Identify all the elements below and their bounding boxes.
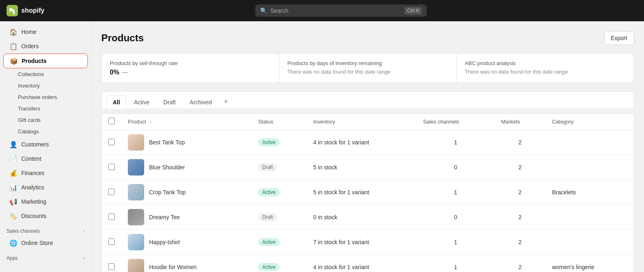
table-row[interactable]: Best Tank Top Active 4 in stock for 1 va… — [102, 130, 634, 155]
sidebar-item-content[interactable]: 📄 Content — [3, 152, 88, 166]
row-checkbox-cell — [102, 255, 121, 272]
table-row[interactable]: Hoodie for Women Active 4 in stock for 1… — [102, 255, 634, 272]
sidebar-item-marketing[interactable]: 📢 Marketing — [3, 195, 88, 209]
apps-label: Apps — [7, 255, 18, 261]
sidebar-sub-transfers[interactable]: Transfers — [3, 103, 88, 114]
tab-add-button[interactable]: + — [220, 96, 232, 108]
sidebar: 🏠 Home 📋 Orders 📦 Products Collections I… — [0, 21, 91, 272]
collections-label: Collections — [18, 71, 44, 77]
row-checkbox[interactable] — [108, 189, 115, 195]
col-header-status[interactable]: Status — [252, 114, 307, 130]
category-cell — [546, 155, 634, 180]
product-thumbnail — [128, 184, 144, 200]
product-cell[interactable]: Best Tank Top — [121, 130, 252, 155]
col-header-sales-channels[interactable]: Sales channels — [417, 114, 495, 130]
status-cell: Draft — [252, 155, 307, 180]
inventory-cell: 0 in stock — [307, 205, 417, 230]
table-row[interactable]: Dreamy Tee Draft 0 in stock 0 2 — [102, 205, 634, 230]
product-cell[interactable]: Hoodie for Women — [121, 255, 252, 272]
product-thumbnail — [128, 159, 144, 175]
table-row[interactable]: Crop Tank Top Active 5 in stock for 1 va… — [102, 180, 634, 205]
search-icon: 🔍 — [260, 7, 267, 14]
table-row[interactable]: Happy-tshirt Active 7 in stock for 1 var… — [102, 230, 634, 255]
sales-channels-cell: 0 — [417, 155, 495, 180]
sidebar-sub-collections[interactable]: Collections — [3, 69, 88, 80]
inventory-cell: 4 in stock for 1 variant — [307, 255, 417, 272]
sidebar-sub-gift-cards[interactable]: Gift cards — [3, 115, 88, 126]
sidebar-item-analytics[interactable]: 📊 Analytics — [3, 180, 88, 194]
product-cell[interactable]: Blue Shoulder — [121, 155, 252, 180]
product-thumbnail — [128, 259, 144, 272]
row-checkbox-cell — [102, 180, 121, 205]
product-cell[interactable]: Happy-tshirt — [121, 230, 252, 255]
product-name: Best Tank Top — [149, 139, 185, 146]
sidebar-item-label: Finances — [21, 170, 45, 176]
markets-cell: 2 — [495, 255, 546, 272]
sidebar-item-orders[interactable]: 📋 Orders — [3, 39, 88, 53]
top-navigation: shopify 🔍 Search Ctrl K — [0, 0, 644, 21]
purchase-orders-label: Purchase orders — [18, 94, 57, 100]
sidebar-item-finances[interactable]: 💰 Finances — [3, 166, 88, 180]
status-badge: Draft — [258, 213, 277, 221]
row-checkbox[interactable] — [108, 139, 115, 145]
sidebar-item-label: Orders — [21, 43, 39, 49]
sales-channels-expand-icon[interactable]: › — [83, 228, 85, 234]
col-header-inventory[interactable]: Inventory — [307, 114, 417, 130]
tab-archived[interactable]: Archived — [183, 95, 218, 109]
sidebar-item-label: Online Store — [21, 240, 53, 246]
search-wrapper[interactable]: 🔍 Search Ctrl K — [255, 4, 427, 17]
sidebar-item-label: Analytics — [21, 184, 44, 191]
stat-card-sell-through[interactable]: Products by sell-through rate 0% — — [102, 54, 279, 83]
export-button[interactable]: Export — [604, 31, 634, 45]
tab-active[interactable]: Active — [128, 95, 156, 109]
sidebar-sub-inventory[interactable]: Inventory — [3, 80, 88, 91]
table-row[interactable]: Blue Shoulder Draft 5 in stock 0 2 — [102, 155, 634, 180]
product-name: Hoodie for Women — [149, 264, 196, 270]
sidebar-item-online-store[interactable]: 🌐 Online Store — [3, 236, 88, 250]
row-checkbox[interactable] — [108, 164, 115, 170]
sales-channels-cell: 1 — [417, 255, 495, 272]
logo-area[interactable]: shopify — [7, 5, 45, 16]
tab-draft[interactable]: Draft — [157, 95, 182, 109]
stat-card-days-inventory[interactable]: Products by days of inventory remaining … — [279, 54, 457, 83]
status-cell: Active — [252, 180, 307, 205]
page-header: Products Export — [101, 31, 634, 45]
search-bar-area: 🔍 Search Ctrl K — [45, 4, 637, 17]
transfers-label: Transfers — [18, 106, 40, 112]
page-title: Products — [101, 32, 144, 44]
stat-sub-2: There was no data found for this date ra… — [465, 69, 626, 75]
sidebar-item-products[interactable]: 📦 Products — [3, 54, 88, 68]
row-checkbox[interactable] — [108, 238, 115, 245]
tab-all[interactable]: All — [107, 95, 126, 109]
sidebar-sub-purchase-orders[interactable]: Purchase orders — [3, 92, 88, 103]
apps-expand-icon[interactable]: › — [83, 255, 85, 261]
products-table: Product ↕ Status Inventory Sales channel… — [102, 114, 634, 272]
product-cell[interactable]: Dreamy Tee — [121, 205, 252, 230]
col-header-product[interactable]: Product ↕ — [121, 114, 252, 130]
inventory-cell: 5 in stock — [307, 155, 417, 180]
select-all-checkbox[interactable] — [108, 118, 115, 124]
product-cell[interactable]: Crop Tank Top — [121, 180, 252, 205]
home-icon: 🏠 — [10, 28, 17, 36]
products-table-wrapper: Product ↕ Status Inventory Sales channel… — [101, 113, 634, 272]
col-header-category[interactable]: Category — [546, 114, 634, 130]
discounts-icon: 🏷️ — [10, 212, 17, 220]
products-icon: 📦 — [10, 57, 18, 65]
sidebar-item-discounts[interactable]: 🏷️ Discounts — [3, 209, 88, 223]
row-checkbox[interactable] — [108, 263, 115, 270]
sidebar-item-home[interactable]: 🏠 Home — [3, 25, 88, 39]
col-header-markets[interactable]: Markets — [495, 114, 546, 130]
sidebar-sub-catalogs[interactable]: Catalogs — [3, 126, 88, 137]
content-icon: 📄 — [10, 155, 17, 162]
sales-channels-cell: 1 — [417, 180, 495, 205]
search-placeholder-text: Search — [270, 7, 401, 14]
markets-cell: 2 — [495, 205, 546, 230]
category-cell: Bracelets — [546, 180, 634, 205]
sidebar-item-customers[interactable]: 👤 Customers — [3, 137, 88, 151]
sort-icon: ↕ — [149, 119, 151, 124]
row-checkbox[interactable] — [108, 214, 115, 220]
markets-cell: 2 — [495, 180, 546, 205]
finances-icon: 💰 — [10, 169, 17, 177]
status-badge: Active — [258, 263, 280, 271]
stat-card-abc-analysis[interactable]: ABC product analysis There was no data f… — [457, 54, 634, 83]
